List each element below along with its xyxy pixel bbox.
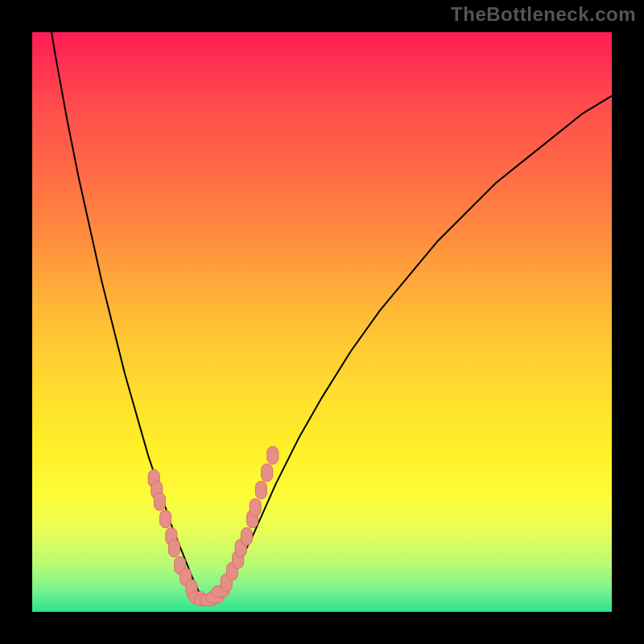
curve-marker: [250, 498, 261, 516]
plot-area: [32, 32, 612, 612]
curve-markers: [148, 447, 279, 606]
curve-marker: [154, 493, 165, 510]
chart-frame: TheBottleneck.com: [0, 0, 644, 644]
curve-marker: [160, 510, 171, 528]
curve-marker: [262, 464, 273, 481]
chart-svg: [32, 32, 612, 612]
curve-marker: [168, 539, 180, 557]
bottleneck-curve: [32, 32, 612, 601]
watermark-text: TheBottleneck.com: [451, 3, 636, 26]
curve-marker: [255, 481, 266, 499]
curve-marker: [267, 447, 279, 464]
curve-marker: [241, 527, 252, 545]
